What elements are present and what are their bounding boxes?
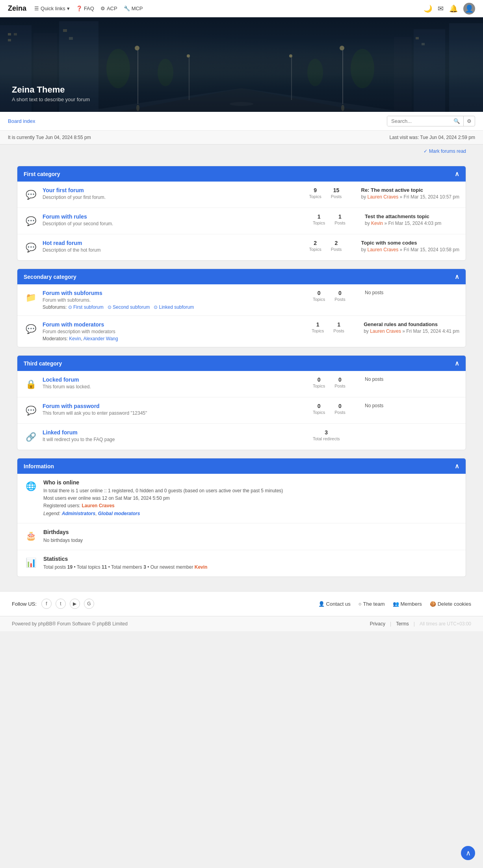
mark-forums-read-button[interactable]: ✓ Mark forums read bbox=[424, 148, 466, 154]
statistics-row: 📊 Statistics Total posts 19 • Total topi… bbox=[17, 550, 466, 577]
topics-count: 0 bbox=[313, 290, 325, 296]
topics-label: Topics bbox=[309, 194, 321, 199]
notifications-icon[interactable]: 🔔 bbox=[449, 4, 458, 13]
delete-cookies-link[interactable]: 🍪 Delete cookies bbox=[430, 601, 471, 607]
forum-row: 💬 Forum with moderators Forum descriptio… bbox=[17, 316, 466, 347]
forum-last: No posts bbox=[365, 377, 459, 382]
forum-name-link[interactable]: Forum with moderators bbox=[43, 321, 104, 328]
forum-name-link[interactable]: Forum with password bbox=[43, 403, 100, 409]
who-is-online-row: 🌐 Who is online In total there is 1 user… bbox=[17, 474, 466, 523]
category-header-information[interactable]: Information ∧ bbox=[17, 458, 466, 474]
mail-icon[interactable]: ✉ bbox=[438, 4, 444, 13]
the-team-link[interactable]: ○ The team bbox=[359, 601, 385, 607]
faq-icon: ❓ bbox=[76, 6, 82, 11]
main-content: First category ∧ 💬 Your first forum Desc… bbox=[9, 160, 474, 591]
topics-stat: 1 Topics bbox=[313, 213, 325, 226]
svg-rect-4 bbox=[414, 29, 445, 112]
faq-link[interactable]: ❓ FAQ bbox=[76, 6, 94, 11]
chat-icon: 💬 bbox=[26, 243, 36, 253]
subforum-link-3[interactable]: ⊙ Linked subforum bbox=[154, 304, 194, 310]
svg-point-20 bbox=[307, 59, 323, 86]
posts-stat: 1 Posts bbox=[333, 321, 344, 334]
mcp-link[interactable]: 🔧 MCP bbox=[124, 6, 143, 11]
mod-legend-link[interactable]: Global moderators bbox=[98, 511, 140, 516]
footer-legal: Privacy | Terms | All times are UTC+03:0… bbox=[370, 621, 471, 627]
forum-last: No posts bbox=[365, 403, 459, 408]
moderator-link-2[interactable]: Alexander Wang bbox=[83, 336, 118, 341]
forum-name-link[interactable]: Linked forum bbox=[43, 429, 78, 436]
terms-link[interactable]: Terms bbox=[396, 621, 409, 627]
subforum-link-2[interactable]: ⊙ Second subforum bbox=[108, 304, 150, 310]
breadcrumb-home[interactable]: Board index bbox=[8, 118, 35, 124]
forum-stats: 3 Total redirects bbox=[313, 429, 360, 441]
last-post-author[interactable]: Lauren Craves bbox=[368, 247, 399, 252]
no-posts-text: No posts bbox=[365, 377, 383, 382]
subforums-label: Subforums: bbox=[43, 304, 68, 310]
topics-stat: 0 Topics bbox=[313, 290, 325, 302]
registered-user-link[interactable]: Lauren Craves bbox=[82, 503, 114, 508]
svg-point-28 bbox=[136, 105, 139, 111]
forum-name-link[interactable]: Your first forum bbox=[43, 187, 84, 193]
last-post-by: by Kevin » Fri Mar 15, 2024 4:03 pm bbox=[365, 221, 459, 226]
theme-toggle-icon[interactable]: 🌙 bbox=[424, 4, 432, 13]
search-settings-icon[interactable]: ⚙ bbox=[463, 116, 475, 126]
category-header-secondary[interactable]: Secondary category ∧ bbox=[17, 269, 466, 284]
contact-us-link[interactable]: 👤 Contact us bbox=[318, 601, 351, 607]
search-button[interactable]: 🔍 bbox=[450, 116, 463, 126]
subforum-link-1[interactable]: ⊙ First subforum bbox=[68, 304, 104, 310]
category-header-first[interactable]: First category ∧ bbox=[17, 166, 466, 182]
svg-point-10 bbox=[135, 46, 139, 50]
forum-last: Test the attachments topic by Kevin » Fr… bbox=[365, 213, 459, 226]
admin-legend-link[interactable]: Administrators bbox=[62, 511, 95, 516]
svg-point-16 bbox=[289, 54, 292, 57]
who-is-online-content: Who is online In total there is 1 user o… bbox=[43, 479, 459, 517]
category-collapse-first[interactable]: ∧ bbox=[455, 170, 459, 178]
category-header-third[interactable]: Third category ∧ bbox=[17, 356, 466, 371]
total-posts: 19 bbox=[67, 564, 72, 570]
avatar[interactable]: 👤 bbox=[463, 3, 475, 15]
twitter-icon[interactable]: t bbox=[56, 599, 66, 609]
forum-row: 🔗 Linked forum It will redirect you to t… bbox=[17, 424, 466, 450]
last-post-time: » Fri Mar 15, 2024 4:41 pm bbox=[402, 328, 459, 334]
category-collapse-information[interactable]: ∧ bbox=[455, 462, 459, 470]
search-input[interactable] bbox=[387, 116, 450, 126]
posts-stat: 0 Posts bbox=[334, 290, 346, 302]
last-post-by: by Lauren Craves » Fri Mar 15, 2024 10:5… bbox=[361, 247, 460, 252]
forum-desc: This forum will ask you to enter passwor… bbox=[43, 410, 308, 416]
forum-row: 📁 Forum with subforums Forum with subfor… bbox=[17, 284, 466, 316]
google-icon[interactable]: G bbox=[84, 599, 94, 609]
forum-name-link[interactable]: Forum with subforums bbox=[43, 290, 102, 296]
search-bar: 🔍 ⚙ bbox=[387, 116, 475, 126]
forum-stats: 1 Topics 1 Posts bbox=[312, 321, 359, 334]
last-post-author[interactable]: Lauren Craves bbox=[370, 328, 401, 334]
category-collapse-third[interactable]: ∧ bbox=[455, 360, 459, 367]
current-time: It is currently Tue Jun 04, 2024 8:55 pm bbox=[8, 135, 91, 140]
newest-member-link[interactable]: Kevin bbox=[195, 564, 208, 570]
privacy-link[interactable]: Privacy bbox=[370, 621, 385, 627]
facebook-icon[interactable]: f bbox=[41, 599, 52, 609]
forum-name-link[interactable]: Locked forum bbox=[43, 377, 79, 383]
last-post-author[interactable]: Kevin bbox=[371, 221, 383, 226]
topics-count: 0 bbox=[313, 403, 325, 409]
posts-count: 2 bbox=[331, 240, 342, 246]
youtube-icon[interactable]: ▶ bbox=[70, 599, 80, 609]
posts-stat: 0 Posts bbox=[334, 377, 346, 389]
svg-rect-25 bbox=[69, 37, 73, 40]
forum-row: 💬 Hot read forum Description of the hot … bbox=[17, 234, 466, 260]
who-is-online-title: Who is online bbox=[43, 479, 459, 486]
svg-point-29 bbox=[341, 105, 344, 111]
last-post-author[interactable]: Lauren Craves bbox=[368, 194, 399, 200]
topics-stat: 9 Topics bbox=[309, 187, 321, 199]
forum-name-link[interactable]: Hot read forum bbox=[43, 240, 82, 246]
svg-point-14 bbox=[187, 54, 190, 57]
nav-right: 🌙 ✉ 🔔 👤 bbox=[424, 3, 475, 15]
site-logo[interactable]: Zeina bbox=[8, 4, 26, 13]
quick-links-menu[interactable]: ☰ Quick links ▾ bbox=[34, 6, 70, 11]
acp-link[interactable]: ⚙ ACP bbox=[100, 6, 117, 11]
moderator-link-1[interactable]: Kevin bbox=[69, 336, 81, 341]
category-collapse-secondary[interactable]: ∧ bbox=[455, 273, 459, 280]
forum-name-link[interactable]: Forum with rules bbox=[43, 213, 87, 220]
last-post-time: » Fri Mar 15, 2024 10:58 pm bbox=[400, 247, 459, 252]
forum-icon: 💬 bbox=[24, 241, 38, 255]
members-link[interactable]: 👥 Members bbox=[393, 601, 422, 607]
